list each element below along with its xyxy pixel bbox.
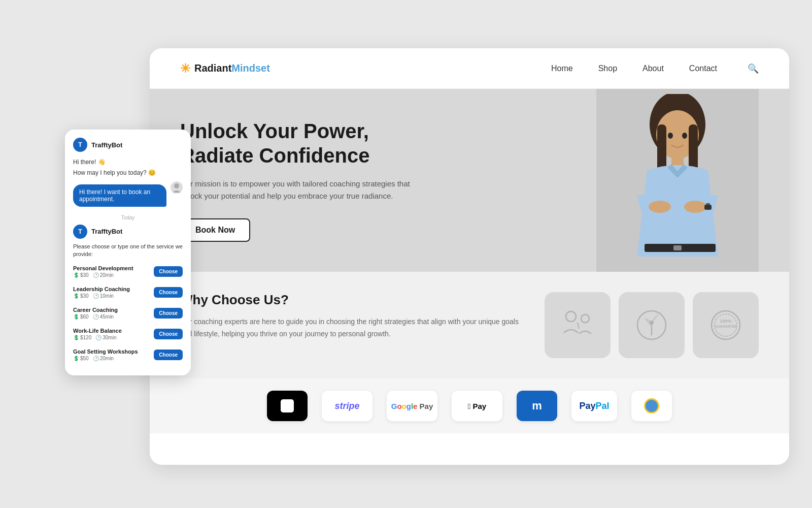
monzo-payment: m [517, 391, 557, 421]
stripe-label: stripe [334, 401, 359, 411]
main-website-card: ✳ RadiantMindset Home Shop About Contact… [150, 48, 789, 465]
hero-person-svg [606, 94, 749, 272]
svg-text:100%: 100% [720, 319, 731, 324]
guarantee-icon-box: 100% GUARANTEE [693, 292, 759, 358]
service-name-4: Work-Life Balance [73, 328, 122, 334]
hero-image [596, 89, 759, 272]
payment-section: stripe Google Pay  Pay m PayPal [150, 378, 789, 433]
hero-title: Unlock Your Power, Radiate Confidence [180, 119, 434, 168]
service-price-3: 💲$60 [73, 314, 89, 320]
svg-text:GUARANTEE: GUARANTEE [715, 325, 737, 328]
choose-btn-5[interactable]: Choose [154, 350, 183, 360]
dots-payment [631, 391, 672, 421]
stripe-payment: stripe [322, 391, 373, 421]
why-icons: 100% GUARANTEE [545, 292, 759, 358]
user-message: Hi there! I want to book an appointment. [73, 184, 166, 207]
bot-avatar2: T [73, 225, 87, 239]
square-icon [281, 399, 294, 412]
chat-divider: Today [73, 215, 183, 220]
gpay-payment: Google Pay [387, 391, 437, 421]
svg-point-9 [668, 133, 673, 139]
service-time-5: 🕐 20min [93, 356, 114, 361]
hero-section: Unlock Your Power, Radiate Confidence Ou… [150, 89, 789, 272]
why-choose-section: Why Choose Us? Our coaching experts are … [150, 272, 789, 378]
user-avatar [171, 181, 183, 194]
service-time-3: 🕐 45min [93, 314, 114, 320]
service-time-4: 🕐 30min [95, 335, 116, 340]
hero-content: Unlock Your Power, Radiate Confidence Ou… [180, 119, 434, 242]
choose-btn-1[interactable]: Choose [154, 266, 183, 277]
bot-greeting1: Hi there! 👋 [73, 158, 183, 167]
svg-point-6 [684, 201, 706, 213]
nav-about[interactable]: About [642, 64, 664, 73]
choose-btn-4[interactable]: Choose [154, 329, 183, 339]
choose-btn-2[interactable]: Choose [154, 287, 183, 298]
svg-point-5 [649, 201, 671, 213]
chat-widget: T TrafftyBot Hi there! 👋 How may I help … [65, 130, 191, 375]
service-item: Career Coaching 💲$60 🕐 45min Choose [73, 305, 183, 322]
svg-rect-8 [673, 245, 682, 250]
paypal-label: PayPal [579, 401, 609, 411]
svg-point-22 [174, 183, 179, 188]
bot-avatar: T [73, 138, 87, 152]
svg-point-14 [581, 314, 589, 323]
nav-home[interactable]: Home [551, 64, 573, 73]
svg-point-17 [650, 321, 654, 325]
choose-btn-3[interactable]: Choose [154, 308, 183, 319]
bot-name: TrafftyBot [91, 141, 122, 149]
service-price-5: 💲$50 [73, 356, 89, 361]
service-name-3: Career Coaching [73, 307, 118, 313]
service-item: Leadership Coaching 💲$30 🕐 10min Choose [73, 284, 183, 301]
gpay-label: Google Pay [391, 402, 433, 410]
chat-initial-messages: Hi there! 👋 How may I help you today? 😊 [73, 158, 183, 177]
service-time-2: 🕐 10min [93, 293, 114, 299]
svg-rect-11 [704, 205, 712, 210]
services-list: Personal Development 💲$30 🕐 20min Choose… [73, 263, 183, 363]
service-name-5: Goal Setting Workshops [73, 348, 138, 355]
square-payment [267, 391, 308, 421]
navbar: ✳ RadiantMindset Home Shop About Contact… [150, 48, 789, 89]
paypal-payment: PayPal [571, 391, 617, 421]
growth-icon [634, 307, 669, 343]
blue-dot [646, 400, 658, 412]
hero-description: Our mission is to empower you with tailo… [180, 178, 434, 202]
service-item: Personal Development 💲$30 🕐 20min Choose [73, 263, 183, 280]
search-icon[interactable]: 🔍 [748, 63, 759, 74]
monzo-label: m [532, 399, 542, 412]
growth-icon-box [619, 292, 685, 358]
service-name-1: Personal Development [73, 265, 133, 271]
logo[interactable]: ✳ RadiantMindset [180, 61, 270, 76]
service-price-4: 💲$120 [73, 335, 91, 340]
why-title: Why Choose Us? [180, 292, 524, 308]
svg-point-10 [682, 133, 687, 139]
coaching-icon-box [545, 292, 611, 358]
service-price-1: 💲$30 [73, 272, 89, 278]
logo-icon: ✳ [180, 61, 190, 76]
bot-name2: TrafftyBot [91, 228, 122, 235]
guarantee-icon: 100% GUARANTEE [708, 307, 743, 343]
chat-header: T TrafftyBot [73, 138, 183, 152]
svg-line-15 [578, 323, 579, 329]
service-item: Goal Setting Workshops 💲$50 🕐 20min Choo… [73, 346, 183, 363]
nav-links: Home Shop About Contact 🔍 [551, 63, 759, 74]
service-price-2: 💲$30 [73, 293, 89, 299]
service-time-1: 🕐 20min [93, 272, 114, 278]
coaching-icon [560, 307, 595, 343]
nav-contact[interactable]: Contact [689, 64, 717, 73]
service-name-2: Leadership Coaching [73, 286, 130, 292]
brand-name: RadiantMindset [194, 62, 270, 74]
user-message-row: Hi there! I want to book an appointment. [73, 181, 183, 211]
why-description: Our coaching experts are here to guide y… [180, 316, 524, 340]
svg-rect-12 [706, 203, 710, 205]
service-item: Work-Life Balance 💲$120 🕐 30min Choose [73, 326, 183, 342]
apay-label:  Pay [468, 402, 486, 410]
why-content: Why Choose Us? Our coaching experts are … [180, 292, 524, 340]
chat-header2: T TrafftyBot [73, 225, 183, 239]
nav-shop[interactable]: Shop [598, 64, 617, 73]
apay-payment:  Pay [452, 391, 502, 421]
bot-service-message: Please choose or type one of the service… [73, 243, 183, 259]
svg-point-13 [566, 311, 576, 322]
bot-greeting2: How may I help you today? 😊 [73, 169, 183, 177]
